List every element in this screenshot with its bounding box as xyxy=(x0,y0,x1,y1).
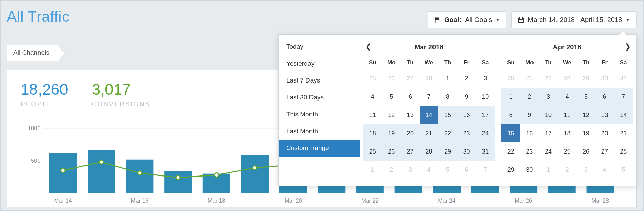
calendar-day[interactable]: 5 xyxy=(382,88,401,106)
calendar-day[interactable]: 23 xyxy=(520,142,539,161)
calendar-day[interactable]: 12 xyxy=(576,106,595,124)
calendar-day[interactable]: 13 xyxy=(401,106,420,124)
calendar-day[interactable]: 7 xyxy=(420,88,439,106)
svg-point-28 xyxy=(215,173,219,177)
calendar-prev-icon[interactable]: ❮ xyxy=(365,42,371,51)
calendar-day[interactable]: 20 xyxy=(595,124,614,142)
calendar-day[interactable]: 17 xyxy=(476,106,495,124)
calendar-day[interactable]: 4 xyxy=(558,88,577,106)
svg-rect-9 xyxy=(49,153,77,193)
calendar-day[interactable]: 6 xyxy=(595,88,614,106)
calendar-day[interactable]: 20 xyxy=(401,124,420,142)
calendar-day[interactable]: 27 xyxy=(401,142,420,161)
calendar-day[interactable]: 10 xyxy=(539,106,558,124)
calendar-day[interactable]: 27 xyxy=(595,142,614,161)
calendar-day[interactable]: 7 xyxy=(614,88,633,106)
calendar-day[interactable]: 22 xyxy=(501,142,520,161)
svg-text:500: 500 xyxy=(31,157,41,164)
calendar-day[interactable]: 8 xyxy=(438,88,457,106)
calendar-day[interactable]: 11 xyxy=(363,106,382,124)
date-range-popover: TodayYesterdayLast 7 DaysLast 30 DaysThi… xyxy=(278,34,637,186)
calendar-day[interactable]: 9 xyxy=(457,88,476,106)
date-preset-list: TodayYesterdayLast 7 DaysLast 30 DaysThi… xyxy=(279,35,360,186)
calendar-day[interactable]: 16 xyxy=(457,106,476,124)
calendar-day[interactable]: 11 xyxy=(558,106,577,124)
svg-rect-12 xyxy=(164,171,192,193)
svg-point-26 xyxy=(138,171,142,175)
date-preset-item[interactable]: This Month xyxy=(279,106,360,123)
svg-rect-0 xyxy=(518,18,524,23)
calendar-dow: Tu xyxy=(539,56,558,69)
date-preset-item[interactable]: Custom Range xyxy=(279,140,360,157)
calendar-day[interactable]: 30 xyxy=(520,161,539,179)
calendar-day[interactable]: 4 xyxy=(363,88,382,106)
calendar-day: 6 xyxy=(457,161,476,179)
calendar-day[interactable]: 23 xyxy=(457,124,476,142)
svg-point-27 xyxy=(176,175,180,180)
calendar-day: 3 xyxy=(576,161,595,179)
calendar-day[interactable]: 12 xyxy=(382,106,401,124)
calendar-day[interactable]: 9 xyxy=(520,106,539,124)
calendar-dow: We xyxy=(420,56,439,69)
calendar-day[interactable]: 1 xyxy=(438,69,457,88)
calendar-day[interactable]: 30 xyxy=(457,142,476,161)
calendar-day[interactable]: 25 xyxy=(363,142,382,161)
calendar-dow: Mo xyxy=(382,56,401,69)
calendar-day[interactable]: 21 xyxy=(614,124,633,142)
calendar-icon xyxy=(518,17,524,23)
calendar-next-icon[interactable]: ❯ xyxy=(625,42,631,51)
calendar-day: 2 xyxy=(382,161,401,179)
goal-selector[interactable]: Goal: All Goals ▼ xyxy=(428,11,506,28)
date-range-selector[interactable]: March 14, 2018 - April 15, 2018 ▼ xyxy=(511,11,637,28)
calendar-day[interactable]: 21 xyxy=(420,124,439,142)
calendar-day[interactable]: 24 xyxy=(539,142,558,161)
stat-conversions: 3,017 CONVERSIONS xyxy=(92,80,150,108)
calendar-day[interactable]: 26 xyxy=(382,142,401,161)
calendar-day[interactable]: 13 xyxy=(595,106,614,124)
svg-text:Mar 20: Mar 20 xyxy=(284,197,302,204)
calendar-dow: Mo xyxy=(520,56,539,69)
calendar-day[interactable]: 6 xyxy=(401,88,420,106)
calendar-day[interactable]: 28 xyxy=(614,142,633,161)
calendar-day[interactable]: 5 xyxy=(576,88,595,106)
calendar-day[interactable]: 18 xyxy=(558,124,577,142)
calendar-dow: Su xyxy=(501,56,520,69)
calendar-day[interactable]: 25 xyxy=(558,142,577,161)
calendar-day[interactable]: 19 xyxy=(382,124,401,142)
calendar-day[interactable]: 2 xyxy=(457,69,476,88)
date-preset-item[interactable]: Last 7 Days xyxy=(279,72,360,89)
svg-text:1000: 1000 xyxy=(28,125,41,132)
calendar-day[interactable]: 16 xyxy=(520,124,539,142)
date-preset-item[interactable]: Yesterday xyxy=(279,55,360,72)
calendar-day[interactable]: 19 xyxy=(576,124,595,142)
calendar-day[interactable]: 28 xyxy=(420,142,439,161)
calendar-day[interactable]: 8 xyxy=(501,106,520,124)
calendar-day[interactable]: 26 xyxy=(576,142,595,161)
calendar-day[interactable]: 14 xyxy=(614,106,633,124)
calendar-day[interactable]: 22 xyxy=(438,124,457,142)
date-preset-item[interactable]: Today xyxy=(279,38,360,55)
calendar-day[interactable]: 14 xyxy=(420,106,439,124)
calendar-day: 1 xyxy=(363,161,382,179)
svg-text:Mar 18: Mar 18 xyxy=(208,197,225,204)
calendar-day[interactable]: 17 xyxy=(539,124,558,142)
breadcrumb-item[interactable]: All Channels xyxy=(7,45,58,61)
calendar-day[interactable]: 24 xyxy=(476,124,495,142)
calendar-day[interactable]: 29 xyxy=(501,161,520,179)
calendar-day[interactable]: 3 xyxy=(476,69,495,88)
calendar-day[interactable]: 29 xyxy=(438,142,457,161)
calendar-day: 28 xyxy=(420,69,439,88)
calendar-day[interactable]: 18 xyxy=(363,124,382,142)
calendar-month: ❮Mar 2018SuMoTuWeThFrSa25262728123456789… xyxy=(363,40,495,179)
calendar-day[interactable]: 31 xyxy=(476,142,495,161)
calendar-day[interactable]: 1 xyxy=(501,88,520,106)
stat-conversions-value: 3,017 xyxy=(92,80,150,98)
calendar-day[interactable]: 2 xyxy=(520,88,539,106)
date-preset-item[interactable]: Last 30 Days xyxy=(279,89,360,106)
date-preset-item[interactable]: Last Month xyxy=(279,123,360,140)
calendar-day[interactable]: 3 xyxy=(539,88,558,106)
calendar-day[interactable]: 10 xyxy=(476,88,495,106)
calendar-day[interactable]: 15 xyxy=(438,106,457,124)
calendar-day: 27 xyxy=(539,69,558,88)
calendar-day[interactable]: 15 xyxy=(501,124,520,142)
